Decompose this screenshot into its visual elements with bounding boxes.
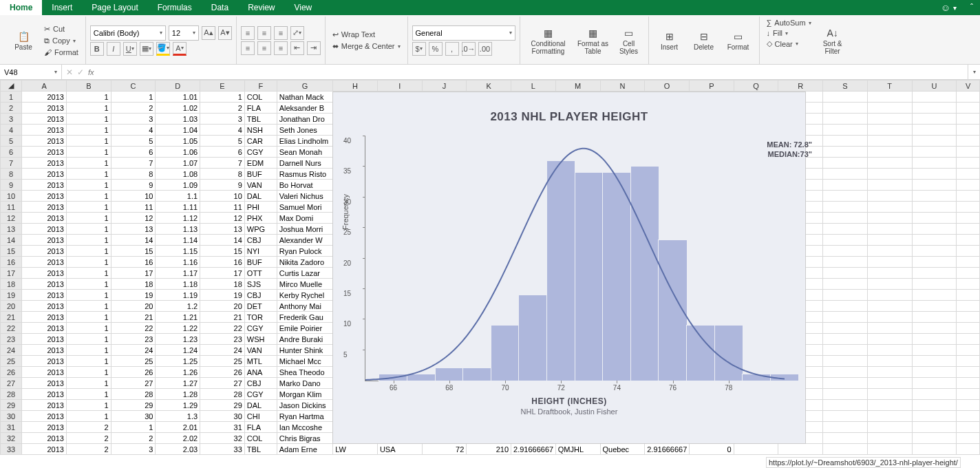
cell-S26[interactable]: [823, 367, 868, 378]
cell-F15[interactable]: NYI: [244, 246, 277, 257]
row-header-12[interactable]: 12: [1, 213, 22, 224]
cell-T20[interactable]: [867, 301, 912, 312]
cell-G5[interactable]: Elias Lindholm: [277, 136, 332, 147]
cell-F11[interactable]: PHI: [244, 202, 277, 213]
cell-S8[interactable]: [823, 169, 868, 180]
row-header-23[interactable]: 23: [1, 334, 22, 345]
cell-S14[interactable]: [823, 235, 868, 246]
cell-D11[interactable]: 1.11: [156, 202, 200, 213]
cell-G28[interactable]: Morgan Klim: [277, 389, 332, 400]
cell-E28[interactable]: 28: [200, 389, 245, 400]
cell-E16[interactable]: 16: [200, 257, 245, 268]
cell-C30[interactable]: 30: [111, 411, 156, 422]
cell-A17[interactable]: 2013: [22, 268, 67, 279]
cell-D20[interactable]: 1.2: [156, 301, 200, 312]
cell-D32[interactable]: 2.02: [156, 433, 200, 444]
cell-S2[interactable]: [823, 103, 868, 114]
cell-E12[interactable]: 12: [200, 213, 245, 224]
cell-F6[interactable]: CGY: [244, 147, 277, 158]
percent-button[interactable]: %: [429, 42, 443, 56]
cell-C17[interactable]: 17: [111, 268, 156, 279]
cell-D13[interactable]: 1.13: [156, 224, 200, 235]
cell-E29[interactable]: 29: [200, 400, 245, 411]
cell-C33[interactable]: 3: [111, 444, 156, 455]
cell-D18[interactable]: 1.18: [156, 279, 200, 290]
cell-B2[interactable]: 1: [66, 103, 111, 114]
cell-O33[interactable]: 2.91666667: [645, 444, 690, 455]
cell-S31[interactable]: [823, 422, 868, 433]
cell-F31[interactable]: FLA: [244, 422, 277, 433]
cell-E31[interactable]: 31: [200, 422, 245, 433]
cell-G3[interactable]: Jonathan Dro: [277, 114, 332, 125]
cell-C7[interactable]: 7: [111, 158, 156, 169]
cell-V7[interactable]: [957, 158, 980, 169]
cell-P33[interactable]: 0: [689, 444, 734, 455]
cell-S3[interactable]: [823, 114, 868, 125]
fill-color-button[interactable]: 🪣▾: [156, 42, 170, 56]
col-header-V[interactable]: V: [957, 81, 980, 92]
cell-L33[interactable]: 2.91666667: [511, 444, 556, 455]
row-header-6[interactable]: 6: [1, 147, 22, 158]
cell-T5[interactable]: [867, 136, 912, 147]
cell-E3[interactable]: 3: [200, 114, 245, 125]
cell-A10[interactable]: 2013: [22, 191, 67, 202]
cell-V20[interactable]: [957, 301, 980, 312]
cell-V23[interactable]: [957, 334, 980, 345]
cell-F22[interactable]: CGY: [244, 323, 277, 334]
cell-D9[interactable]: 1.09: [156, 180, 200, 191]
cell-U1[interactable]: [912, 92, 957, 103]
cell-T27[interactable]: [867, 378, 912, 389]
cell-G9[interactable]: Bo Horvat: [277, 180, 332, 191]
increase-indent-button[interactable]: ⇥: [307, 41, 321, 55]
cell-V9[interactable]: [957, 180, 980, 191]
cell-S7[interactable]: [823, 158, 868, 169]
tab-home[interactable]: Home: [0, 0, 42, 15]
cell-G18[interactable]: Mirco Muelle: [277, 279, 332, 290]
cell-A6[interactable]: 2013: [22, 147, 67, 158]
cell-S24[interactable]: [823, 345, 868, 356]
cell-B18[interactable]: 1: [66, 279, 111, 290]
cell-F14[interactable]: CBJ: [244, 235, 277, 246]
cell-S1[interactable]: [823, 92, 868, 103]
align-center-button[interactable]: ≡: [257, 41, 271, 55]
cell-S12[interactable]: [823, 213, 868, 224]
cell-D30[interactable]: 1.3: [156, 411, 200, 422]
cell-C21[interactable]: 21: [111, 312, 156, 323]
cell-A12[interactable]: 2013: [22, 213, 67, 224]
cell-G12[interactable]: Max Domi: [277, 213, 332, 224]
fx-cancel-icon[interactable]: ✕: [66, 67, 73, 77]
cell-V28[interactable]: [957, 389, 980, 400]
cell-B12[interactable]: 1: [66, 213, 111, 224]
cell-V12[interactable]: [957, 213, 980, 224]
cell-V30[interactable]: [957, 411, 980, 422]
cell-F30[interactable]: CHI: [244, 411, 277, 422]
cell-A19[interactable]: 2013: [22, 290, 67, 301]
col-header-T[interactable]: T: [867, 81, 912, 92]
cell-V22[interactable]: [957, 323, 980, 334]
cell-U24[interactable]: [912, 345, 957, 356]
cell-V32[interactable]: [957, 433, 980, 444]
cell-S33[interactable]: [823, 444, 868, 455]
cell-V25[interactable]: [957, 356, 980, 367]
cell-G16[interactable]: Nikita Zadoro: [277, 257, 332, 268]
row-header-9[interactable]: 9: [1, 180, 22, 191]
cell-F21[interactable]: TOR: [244, 312, 277, 323]
cell-S30[interactable]: [823, 411, 868, 422]
cell-B14[interactable]: 1: [66, 235, 111, 246]
row-header-27[interactable]: 27: [1, 378, 22, 389]
cell-U16[interactable]: [912, 257, 957, 268]
cell-E27[interactable]: 27: [200, 378, 245, 389]
format-as-table-button[interactable]: ▦Format as Table: [574, 18, 612, 63]
cell-F17[interactable]: OTT: [244, 268, 277, 279]
cell-F10[interactable]: DAL: [244, 191, 277, 202]
cell-G13[interactable]: Joshua Morri: [277, 224, 332, 235]
cell-T14[interactable]: [867, 235, 912, 246]
cell-D14[interactable]: 1.14: [156, 235, 200, 246]
row-header-31[interactable]: 31: [1, 422, 22, 433]
cell-V2[interactable]: [957, 103, 980, 114]
cell-D23[interactable]: 1.23: [156, 334, 200, 345]
cell-S9[interactable]: [823, 180, 868, 191]
cell-V18[interactable]: [957, 279, 980, 290]
cell-I33[interactable]: USA: [377, 444, 422, 455]
cell-T13[interactable]: [867, 224, 912, 235]
